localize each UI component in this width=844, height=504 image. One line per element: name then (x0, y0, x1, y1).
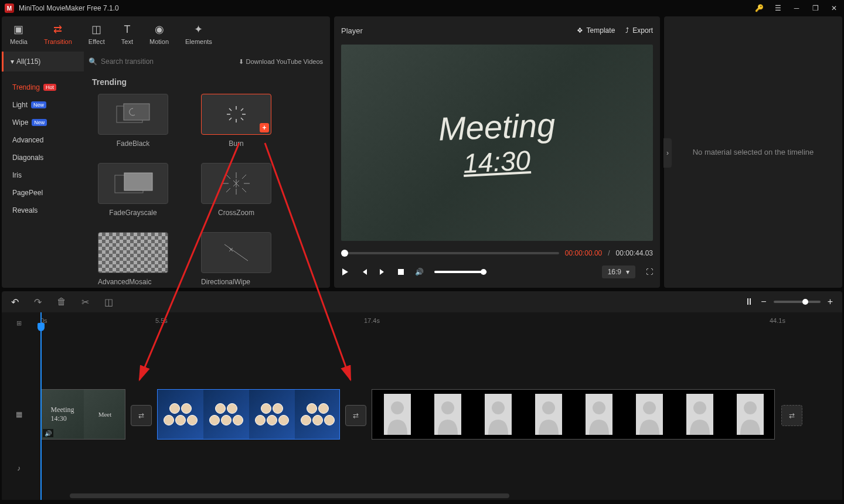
layers-icon: ❖ (577, 26, 583, 35)
category-advanced[interactable]: Advanced (2, 131, 84, 149)
preview-text-2: 14:30 (462, 144, 532, 179)
audio-track-icon: ♪ (2, 441, 36, 495)
library-panel: ▣Media ⇄Transition ◫Effect TText ◉Motion… (2, 16, 330, 288)
tab-effect[interactable]: ◫Effect (89, 23, 105, 45)
stop-button[interactable] (397, 268, 404, 275)
key-icon[interactable]: 🔑 (754, 3, 764, 13)
search-input[interactable] (101, 57, 234, 66)
seek-bar[interactable] (341, 252, 559, 254)
transition-fadeblack[interactable]: FadeBlack (92, 94, 174, 148)
motion-icon: ◉ (155, 23, 164, 36)
time-ruler[interactable]: 0s 5.5s 17.4s 44.1s (36, 312, 842, 333)
category-wipe[interactable]: WipeNew (2, 114, 84, 131)
zoom-in-button[interactable]: + (828, 297, 833, 307)
transition-slot-3[interactable]: ⇄ (781, 405, 802, 426)
close-icon[interactable]: ✕ (829, 3, 839, 13)
seek-handle[interactable] (341, 250, 348, 257)
play-button[interactable] (341, 268, 349, 276)
menu-icon[interactable]: ☰ (772, 3, 783, 13)
hot-badge: Hot (43, 84, 56, 91)
tab-media[interactable]: ▣Media (10, 23, 28, 45)
svg-point-33 (643, 401, 656, 414)
export-button[interactable]: ⤴Export (625, 26, 653, 35)
zoom-slider[interactable] (774, 301, 821, 303)
export-icon: ⤴ (625, 26, 629, 35)
horizontal-scrollbar[interactable] (70, 493, 509, 498)
category-iris[interactable]: Iris (2, 166, 84, 184)
snap-button[interactable]: ⏸ (744, 297, 754, 307)
clip-1[interactable]: Meeting14:30 Meet 🔊 (40, 389, 125, 440)
category-light[interactable]: LightNew (2, 96, 84, 114)
svg-line-20 (224, 244, 248, 261)
svg-point-25 (441, 401, 454, 414)
volume-slider[interactable] (434, 271, 487, 273)
player-panel: Player ❖Template ⤴Export Meeting 14:30 0… (334, 16, 660, 288)
gallery-heading: Trending (92, 77, 322, 87)
split-button[interactable]: ✂ (81, 297, 89, 308)
new-badge: New (32, 119, 47, 126)
transition-slot-2[interactable]: ⇄ (345, 405, 366, 426)
sound-icon: 🔊 (43, 429, 53, 437)
zoom-out-button[interactable]: − (761, 297, 766, 307)
transition-burn[interactable]: + Burn (195, 94, 277, 148)
category-diagonals[interactable]: Diagonals (2, 149, 84, 166)
overlay-track[interactable] (36, 333, 842, 387)
properties-panel: › No material selected on the timeline (664, 16, 842, 288)
transition-mosaic[interactable]: AdvancedMosaic (92, 232, 174, 286)
transition-dirwipe[interactable]: DirectionalWipe (195, 232, 277, 286)
playhead[interactable] (40, 312, 42, 500)
svg-point-37 (744, 401, 757, 414)
clip-2[interactable] (157, 389, 340, 440)
elements-icon: ✦ (194, 23, 203, 36)
maximize-icon[interactable]: ❐ (810, 3, 821, 13)
text-icon: T (124, 23, 130, 36)
audio-track[interactable] (36, 441, 842, 495)
folder-icon: ▣ (13, 23, 23, 36)
overlay-track-icon (2, 333, 36, 387)
delete-button[interactable]: 🗑 (57, 297, 66, 307)
video-track[interactable]: Meeting14:30 Meet 🔊 ⇄ ⇄ (36, 387, 842, 441)
filter-all-dropdown[interactable]: ▾All(115) (2, 52, 84, 71)
add-transition-button[interactable]: + (260, 123, 269, 132)
main-tabs: ▣Media ⇄Transition ◫Effect TText ◉Motion… (2, 16, 330, 52)
transition-slot-1[interactable]: ⇄ (131, 405, 152, 426)
redo-button[interactable]: ↷ (34, 297, 42, 308)
volume-button[interactable]: 🔊 (415, 268, 424, 276)
tab-elements[interactable]: ✦Elements (185, 23, 212, 45)
category-reveals[interactable]: Reveals (2, 202, 84, 219)
svg-rect-11 (124, 173, 152, 190)
aspect-dropdown[interactable]: 16:9▾ (602, 265, 635, 278)
transition-crosszoom[interactable]: CrossZoom (195, 163, 277, 217)
clip-3[interactable] (372, 389, 775, 440)
transition-fadegrayscale[interactable]: FadeGrayscale (92, 163, 174, 217)
chevron-down-icon: ▾ (11, 57, 14, 66)
svg-line-9 (229, 118, 232, 120)
preview-text-1: Meeting (438, 106, 556, 148)
undo-button[interactable]: ↶ (11, 297, 19, 308)
fullscreen-button[interactable]: ⛶ (646, 268, 653, 276)
svg-line-19 (226, 188, 230, 192)
search-icon: 🔍 (89, 57, 97, 66)
app-title: MiniTool MovieMaker Free 7.1.0 (19, 4, 119, 12)
tab-text[interactable]: TText (121, 23, 133, 45)
svg-point-23 (391, 401, 404, 414)
transition-gallery: Trending FadeBlack + Burn (84, 71, 330, 288)
crop-button[interactable]: ◫ (104, 297, 113, 308)
app-icon: M (5, 4, 14, 13)
svg-point-29 (542, 401, 555, 414)
expand-panel-button[interactable]: › (663, 138, 672, 168)
tab-transition[interactable]: ⇄Transition (44, 23, 72, 45)
add-track-button[interactable]: ⊞ (2, 312, 36, 333)
minimize-icon[interactable]: ─ (791, 3, 802, 13)
download-link[interactable]: ⬇Download YouTube Videos (239, 58, 331, 66)
template-button[interactable]: ❖Template (577, 26, 615, 35)
chevron-down-icon: ▾ (626, 268, 629, 276)
svg-point-35 (693, 401, 706, 414)
category-trending[interactable]: TrendingHot (2, 79, 84, 96)
next-frame-button[interactable] (379, 268, 387, 276)
category-pagepeel[interactable]: PagePeel (2, 184, 84, 202)
prev-frame-button[interactable] (360, 268, 368, 276)
svg-rect-1 (124, 104, 149, 120)
tab-motion[interactable]: ◉Motion (149, 23, 169, 45)
svg-line-17 (242, 188, 246, 192)
